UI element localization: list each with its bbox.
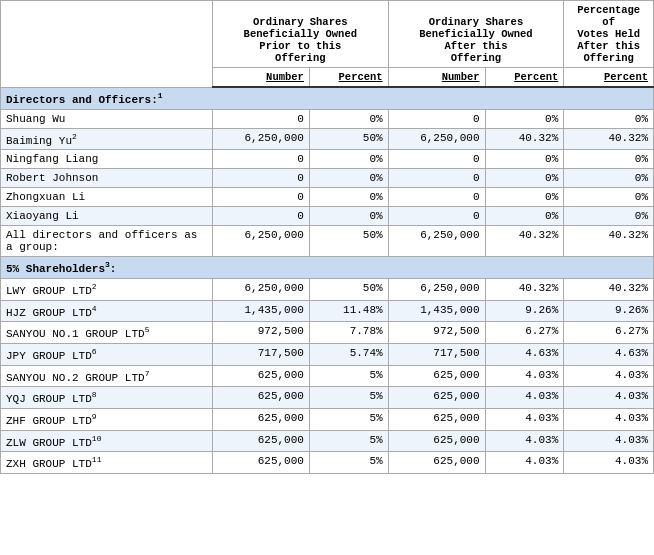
cell-value: 9.26% [564,300,654,322]
cell-value: 0% [485,169,564,188]
header-percent-1: Percent [309,68,388,88]
cell-value: 0 [213,109,310,128]
cell-name: Shuang Wu [1,109,213,128]
cell-name: JPY GROUP LTD6 [1,343,213,365]
header-group-pct: PercentageofVotes HeldAfter thisOffering [564,1,654,68]
cell-name: ZXH GROUP LTD11 [1,452,213,474]
cell-value: 4.03% [564,430,654,452]
cell-value: 0% [564,169,654,188]
cell-value: 0% [309,169,388,188]
cell-value: 0% [309,109,388,128]
cell-value: 4.03% [564,452,654,474]
cell-value: 0% [309,207,388,226]
cell-value: 6,250,000 [213,128,310,150]
summary-cell: 40.32% [485,226,564,257]
cell-value: 4.03% [564,365,654,387]
cell-name: YQJ GROUP LTD8 [1,387,213,409]
section-label-directors: Directors and Officers:1 [1,87,654,109]
table-row: ZLW GROUP LTD10625,0005%625,0004.03%4.03… [1,430,654,452]
cell-value: 4.03% [564,387,654,409]
cell-value: 4.03% [485,387,564,409]
table-row: ZXH GROUP LTD11625,0005%625,0004.03%4.03… [1,452,654,474]
cell-value: 40.32% [564,278,654,300]
cell-value: 5% [309,430,388,452]
cell-value: 0% [485,207,564,226]
cell-value: 0 [388,169,485,188]
cell-value: 1,435,000 [213,300,310,322]
cell-value: 972,500 [388,322,485,344]
cell-value: 625,000 [388,430,485,452]
cell-value: 625,000 [388,452,485,474]
cell-value: 6,250,000 [213,278,310,300]
cell-value: 0 [388,188,485,207]
cell-value: 50% [309,128,388,150]
cell-value: 0% [564,150,654,169]
table-row: SANYOU NO.1 GROUP LTD5972,5007.78%972,50… [1,322,654,344]
cell-name: SANYOU NO.2 GROUP LTD7 [1,365,213,387]
cell-value: 0% [564,207,654,226]
header-percent-2: Percent [485,68,564,88]
cell-value: 625,000 [213,408,310,430]
cell-value: 7.78% [309,322,388,344]
section-header-directors: Directors and Officers:1 [1,87,654,109]
cell-value: 4.03% [564,408,654,430]
table-row: LWY GROUP LTD26,250,00050%6,250,00040.32… [1,278,654,300]
cell-value: 6,250,000 [388,278,485,300]
cell-value: 40.32% [564,128,654,150]
cell-name: SANYOU NO.1 GROUP LTD5 [1,322,213,344]
cell-value: 50% [309,278,388,300]
header-row-1: Ordinary SharesBeneficially OwnedPrior t… [1,1,654,68]
cell-value: 0% [309,150,388,169]
cell-value: 0% [564,188,654,207]
table-row: ZHF GROUP LTD9625,0005%625,0004.03%4.03% [1,408,654,430]
cell-value: 6,250,000 [388,128,485,150]
cell-value: 0% [485,109,564,128]
table-row: YQJ GROUP LTD8625,0005%625,0004.03%4.03% [1,387,654,409]
cell-value: 0% [564,109,654,128]
section-header-shareholders: 5% Shareholders3: [1,257,654,279]
cell-value: 625,000 [388,408,485,430]
cell-value: 6.27% [485,322,564,344]
cell-value: 717,500 [213,343,310,365]
cell-value: 0 [388,207,485,226]
cell-value: 4.63% [564,343,654,365]
cell-value: 0 [213,169,310,188]
header-name [1,1,213,88]
cell-value: 625,000 [213,452,310,474]
cell-value: 4.03% [485,430,564,452]
table-row: Baiming Yu26,250,00050%6,250,00040.32%40… [1,128,654,150]
header-number-2: Number [388,68,485,88]
cell-value: 0% [485,188,564,207]
cell-name: Robert Johnson [1,169,213,188]
cell-name: Xiaoyang Li [1,207,213,226]
cell-name: ZLW GROUP LTD10 [1,430,213,452]
header-group-after: Ordinary SharesBeneficially OwnedAfter t… [388,1,564,68]
cell-name: HJZ GROUP LTD4 [1,300,213,322]
cell-name: Zhongxuan Li [1,188,213,207]
cell-value: 625,000 [213,365,310,387]
cell-value: 0 [213,207,310,226]
table-row: Robert Johnson00%00%0% [1,169,654,188]
cell-value: 625,000 [213,430,310,452]
cell-name: LWY GROUP LTD2 [1,278,213,300]
cell-name: Ningfang Liang [1,150,213,169]
table-row: Shuang Wu00%00%0% [1,109,654,128]
cell-value: 40.32% [485,278,564,300]
summary-cell: 40.32% [564,226,654,257]
cell-value: 0 [388,150,485,169]
cell-value: 5% [309,452,388,474]
cell-value: 972,500 [213,322,310,344]
cell-value: 0 [213,188,310,207]
header-percent-3: Percent [564,68,654,88]
section-label-shareholders: 5% Shareholders3: [1,257,654,279]
table-row: Ningfang Liang00%00%0% [1,150,654,169]
table-row: SANYOU NO.2 GROUP LTD7625,0005%625,0004.… [1,365,654,387]
cell-value: 625,000 [388,387,485,409]
summary-cell: 6,250,000 [388,226,485,257]
cell-value: 5% [309,408,388,430]
ownership-table: Ordinary SharesBeneficially OwnedPrior t… [0,0,654,474]
table-row: Zhongxuan Li00%00%0% [1,188,654,207]
cell-value: 4.03% [485,365,564,387]
cell-value: 6.27% [564,322,654,344]
cell-value: 5.74% [309,343,388,365]
